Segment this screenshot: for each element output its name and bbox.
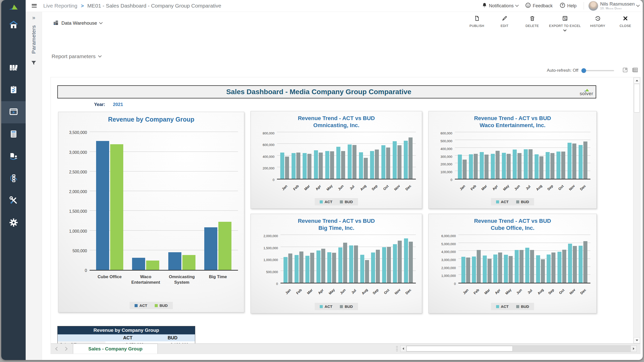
vertical-scrollbar[interactable] — [633, 77, 640, 344]
delete-button[interactable]: DELETE — [519, 14, 545, 29]
x-tick-label: Jul — [525, 184, 531, 191]
bars — [455, 132, 590, 179]
sidebar-item-archives[interactable] — [1, 57, 26, 79]
x-slot: Jan — [460, 285, 471, 300]
x-tick-label: Dec — [405, 288, 412, 295]
sidebar-item-data-sync[interactable] — [1, 146, 26, 168]
x-slot: Nov — [392, 285, 403, 300]
bar-act — [316, 250, 320, 283]
history-button[interactable]: HISTORY — [585, 14, 611, 29]
edit-button[interactable]: EDIT — [492, 14, 517, 29]
legend-item: BUD — [516, 200, 529, 204]
horizontal-scrollbar-thumb[interactable] — [407, 346, 513, 351]
sidebar-item-budgeting[interactable] — [1, 123, 26, 146]
solver-logo-icon[interactable] — [1, 0, 26, 14]
fit-to-window-icon[interactable] — [622, 67, 628, 74]
expand-parameters-icon[interactable]: » — [32, 15, 35, 21]
x-slot: Dec — [403, 182, 414, 196]
bar-act — [359, 152, 363, 179]
bar-bud — [398, 241, 402, 283]
export-to-excel-button[interactable]: X EXPORT TO EXCEL — [547, 14, 583, 32]
x-slot: Nov — [567, 182, 578, 196]
scroll-up-button[interactable] — [634, 78, 640, 84]
slider-knob[interactable] — [581, 68, 586, 73]
user-avatar[interactable] — [588, 1, 598, 11]
bar-act — [96, 141, 109, 270]
arrow-left-icon — [403, 347, 404, 350]
y-tick-label: 600,000 — [440, 131, 452, 135]
bar-act — [292, 153, 296, 179]
publish-button[interactable]: PUBLISH — [464, 14, 490, 29]
vertical-scrollbar-thumb[interactable] — [634, 84, 640, 113]
x-slot: Jan — [283, 285, 294, 300]
action-toolbar: Data Warehouse PUBLISH EDIT DELETE X EXP… — [42, 12, 643, 35]
sidebar-item-integrations[interactable] — [1, 168, 26, 190]
x-tick-label: Jul — [350, 288, 357, 295]
bar-bud — [572, 143, 576, 179]
sidebar-item-assignments[interactable] — [1, 79, 26, 101]
bar-act — [404, 141, 408, 179]
grid-view-icon[interactable] — [632, 67, 638, 74]
sidebar-item-admin-tools[interactable] — [1, 190, 26, 212]
svg-text:X: X — [564, 18, 566, 20]
sheet-tab-sales-company-group[interactable]: Sales - Company Group — [73, 344, 158, 354]
next-sheet-icon[interactable] — [64, 347, 68, 351]
bar-group — [381, 247, 392, 283]
y-tick-label: 0 — [451, 178, 452, 182]
filter-funnel-icon[interactable] — [31, 60, 36, 66]
bar-act — [349, 245, 353, 283]
scroll-down-button[interactable] — [634, 337, 640, 343]
bar-bud — [583, 241, 587, 283]
bar-group — [301, 153, 313, 179]
bar-bud — [285, 157, 289, 179]
bar-bud — [477, 250, 481, 283]
bar-act — [546, 152, 550, 179]
x-tick-label: Jul — [527, 288, 533, 295]
auto-refresh-label: Auto-refresh: Off — [547, 68, 578, 73]
x-slot: Jun — [335, 182, 346, 196]
report-parameters-label: Report parameters — [52, 53, 96, 59]
bar-bud — [488, 259, 492, 283]
close-button[interactable]: CLOSE — [613, 14, 638, 29]
bar-group — [164, 252, 200, 270]
x-tick-label: Jun — [337, 184, 344, 191]
x-slot: Mar — [301, 182, 313, 196]
report-parameters-toggle[interactable]: Report parameters — [52, 53, 101, 59]
bell-icon — [482, 3, 487, 9]
auto-refresh-slider[interactable] — [582, 70, 614, 71]
arrow-right-icon — [633, 347, 634, 350]
x-slot: Feb — [294, 285, 305, 300]
x-tick-label: Nov — [393, 184, 401, 191]
bar-group — [403, 137, 414, 179]
bar-group — [501, 153, 512, 179]
year-label: Year: — [94, 102, 105, 107]
x-slot: Cube Office — [92, 273, 128, 285]
data-source-selector[interactable]: Data Warehouse — [53, 20, 102, 27]
previous-sheet-icon[interactable] — [55, 347, 59, 351]
bar-act — [513, 150, 517, 179]
sidebar-item-settings[interactable] — [1, 212, 26, 234]
horizontal-scrollbar[interactable] — [400, 345, 637, 352]
bar-act — [504, 255, 508, 283]
y-tick-label: 100,000 — [440, 170, 452, 174]
bar-act — [280, 153, 284, 179]
splitter-grip[interactable] — [396, 346, 398, 352]
feedback-button[interactable]: Feedback — [523, 3, 555, 9]
sidebar-item-reporting[interactable] — [1, 101, 26, 123]
breadcrumb-root[interactable]: Live Reporting — [43, 3, 77, 9]
notifications-button[interactable]: Notifications — [479, 3, 521, 9]
user-menu[interactable]: Nils Rasmussen 10. Media Demo — [600, 2, 635, 10]
y-tick-label: 500,000 — [440, 139, 452, 143]
bar-bud — [466, 258, 470, 283]
publish-label: PUBLISH — [469, 24, 484, 28]
sidebar-item-home[interactable] — [1, 14, 26, 36]
scroll-right-button[interactable] — [631, 346, 636, 352]
user-menu-chevron-icon[interactable] — [636, 3, 640, 7]
help-button[interactable]: ? Help — [557, 3, 579, 9]
legend-item: ACT — [320, 304, 332, 309]
hamburger-menu-icon[interactable] — [32, 4, 37, 8]
scroll-left-button[interactable] — [400, 346, 406, 352]
x-slot: Jun — [337, 285, 348, 300]
plot-area — [280, 235, 416, 283]
bar-act — [556, 152, 560, 179]
